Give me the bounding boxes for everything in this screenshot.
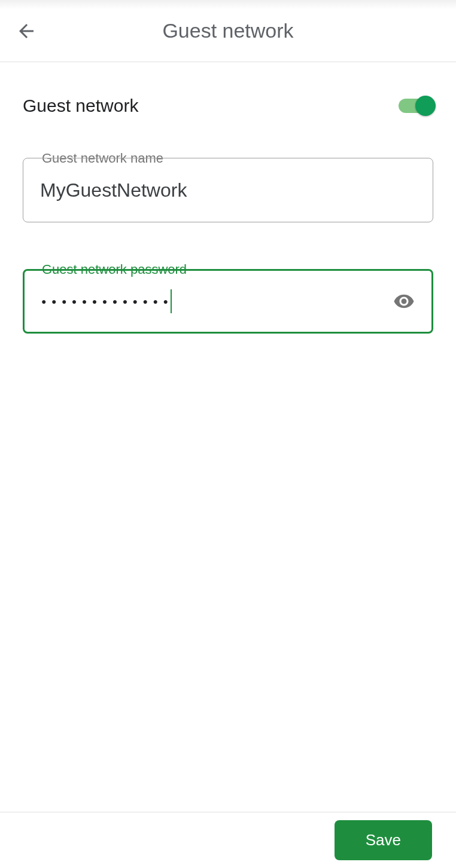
password-input[interactable]: ●●●●●●●●●●●●●: [41, 289, 172, 313]
toggle-label: Guest network: [23, 96, 138, 116]
guest-network-toggle[interactable]: [399, 97, 433, 114]
content-area: Guest network Guest network name Guest n…: [0, 96, 456, 334]
network-name-input[interactable]: [40, 179, 416, 201]
network-name-field-wrap: Guest network name: [23, 158, 433, 222]
save-button[interactable]: Save: [335, 820, 432, 860]
page-title: Guest network: [0, 19, 456, 42]
guest-network-toggle-row: Guest network: [23, 96, 433, 116]
eye-icon: [393, 291, 415, 312]
back-button[interactable]: [12, 17, 41, 45]
toggle-thumb: [415, 96, 436, 116]
app-header: Guest network: [0, 0, 456, 62]
network-name-field-box[interactable]: [23, 158, 433, 222]
password-field-box[interactable]: ●●●●●●●●●●●●●: [23, 269, 433, 334]
password-field-wrap: Guest network password ●●●●●●●●●●●●●: [23, 269, 433, 334]
show-password-button[interactable]: [391, 288, 417, 314]
back-arrow-icon: [16, 20, 37, 42]
password-masked-value: ●●●●●●●●●●●●●: [41, 297, 173, 306]
footer-bar: Save: [0, 812, 456, 868]
text-cursor: [171, 289, 172, 313]
